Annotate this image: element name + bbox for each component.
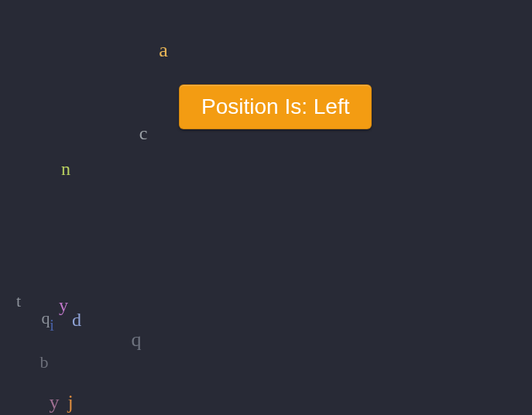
letter-11: j: [67, 393, 73, 413]
letter-6: i: [50, 317, 54, 333]
letter-9: b: [40, 354, 49, 371]
letter-2: n: [61, 159, 70, 178]
letter-3: t: [16, 293, 21, 310]
letter-0: a: [159, 40, 168, 60]
letter-4: y: [59, 296, 68, 314]
letter-1: c: [139, 124, 148, 142]
letter-10: y: [50, 393, 60, 413]
letter-8: q: [132, 330, 142, 350]
position-tooltip: Position Is: Left: [179, 84, 372, 129]
tooltip-text: Position Is: Left: [201, 94, 349, 118]
letter-canvas: acntyqidqbyj: [0, 0, 532, 415]
letter-5: q: [42, 310, 50, 327]
letter-7: d: [72, 310, 81, 329]
